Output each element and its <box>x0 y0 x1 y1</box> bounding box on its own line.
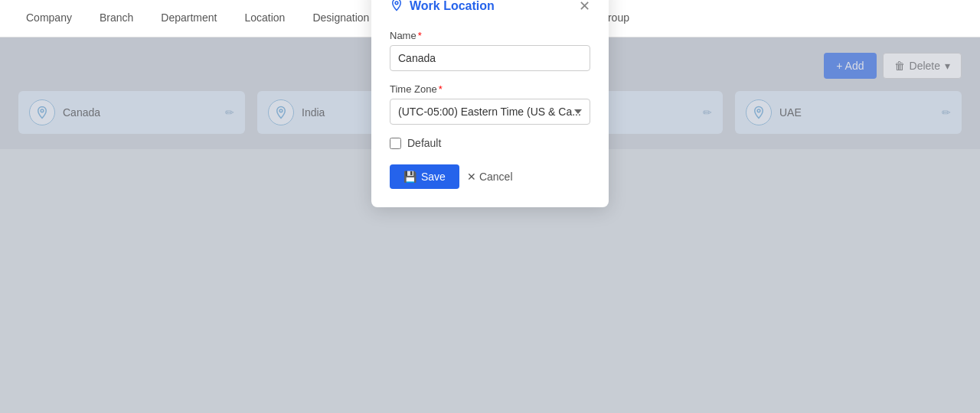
default-checkbox-row: Default <box>390 137 590 149</box>
tab-department[interactable]: Department <box>147 0 230 37</box>
name-input[interactable] <box>390 45 590 71</box>
close-icon: ✕ <box>579 0 590 14</box>
modal-title: Work Location <box>410 0 495 13</box>
modal-location-icon <box>390 0 403 15</box>
timezone-form-group: Time Zone* (UTC-05:00) Eastern Time (US … <box>390 83 590 125</box>
timezone-label: Time Zone* <box>390 83 590 95</box>
timezone-required-star: * <box>439 83 443 95</box>
modal-close-button[interactable]: ✕ <box>579 0 590 13</box>
cancel-x-icon: ✕ <box>467 171 476 183</box>
save-icon: 💾 <box>403 171 416 183</box>
tab-location[interactable]: Location <box>230 0 299 37</box>
name-label: Name* <box>390 30 590 41</box>
work-location-modal: Work Location ✕ Name* Time Zone* (U <box>371 0 609 207</box>
modal-overlay: Work Location ✕ Name* Time Zone* (U <box>0 37 980 149</box>
cancel-label: Cancel <box>479 171 513 183</box>
name-form-group: Name* <box>390 30 590 71</box>
default-label[interactable]: Default <box>407 137 441 149</box>
tab-branch[interactable]: Branch <box>86 0 147 37</box>
timezone-select[interactable]: (UTC-05:00) Eastern Time (US & Ca... (UT… <box>390 99 590 125</box>
tab-designation[interactable]: Designation <box>299 0 383 37</box>
modal-header: Work Location ✕ <box>390 0 590 15</box>
default-checkbox[interactable] <box>390 138 401 149</box>
save-button[interactable]: 💾 Save <box>390 164 459 189</box>
modal-title-row: Work Location <box>390 0 495 15</box>
save-label: Save <box>421 171 446 183</box>
cancel-button[interactable]: ✕ Cancel <box>467 171 513 183</box>
modal-actions: 💾 Save ✕ Cancel <box>390 164 590 189</box>
name-required-star: * <box>418 30 422 41</box>
svg-point-4 <box>395 2 398 5</box>
tab-company[interactable]: Company <box>12 0 86 37</box>
main-content: + Add 🗑 Delete ▾ Canada ✏ <box>0 37 980 149</box>
